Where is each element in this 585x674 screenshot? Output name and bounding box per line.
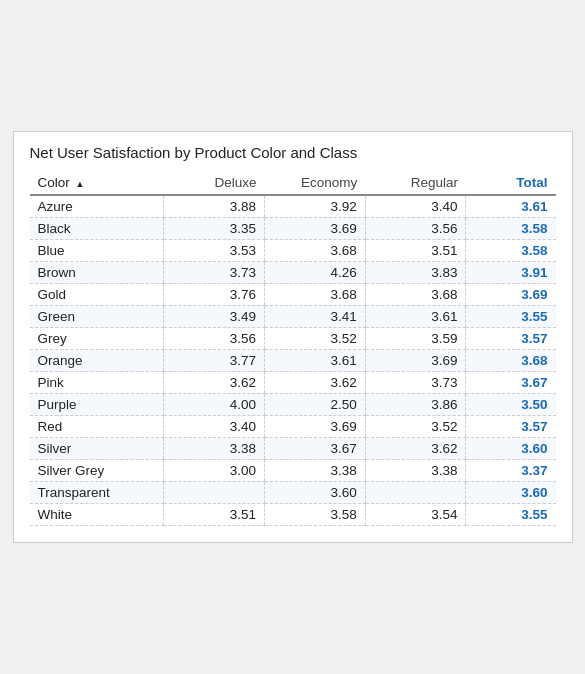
table-row: Blue3.533.683.513.58 <box>30 240 556 262</box>
table-row: Green3.493.413.613.55 <box>30 306 556 328</box>
cell-deluxe: 3.49 <box>164 306 265 328</box>
cell-color: Orange <box>30 350 164 372</box>
table-body: Azure3.883.923.403.61Black3.353.693.563.… <box>30 195 556 526</box>
cell-total: 3.57 <box>466 328 556 350</box>
cell-total: 3.67 <box>466 372 556 394</box>
cell-deluxe: 3.38 <box>164 438 265 460</box>
cell-regular <box>365 482 466 504</box>
cell-economy: 3.41 <box>265 306 366 328</box>
cell-deluxe: 3.77 <box>164 350 265 372</box>
cell-total: 3.55 <box>466 504 556 526</box>
cell-deluxe: 3.35 <box>164 218 265 240</box>
cell-total: 3.58 <box>466 218 556 240</box>
cell-color: Purple <box>30 394 164 416</box>
table-row: Orange3.773.613.693.68 <box>30 350 556 372</box>
table-row: Purple4.002.503.863.50 <box>30 394 556 416</box>
col-header-regular: Regular <box>365 171 466 195</box>
table-row: Pink3.623.623.733.67 <box>30 372 556 394</box>
cell-economy: 3.60 <box>265 482 366 504</box>
cell-color: Grey <box>30 328 164 350</box>
cell-regular: 3.38 <box>365 460 466 482</box>
cell-total: 3.60 <box>466 482 556 504</box>
cell-economy: 3.38 <box>265 460 366 482</box>
cell-total: 3.69 <box>466 284 556 306</box>
cell-deluxe: 3.62 <box>164 372 265 394</box>
table-row: Transparent3.603.60 <box>30 482 556 504</box>
cell-color: Gold <box>30 284 164 306</box>
cell-color: Blue <box>30 240 164 262</box>
cell-economy: 3.68 <box>265 284 366 306</box>
cell-deluxe: 3.40 <box>164 416 265 438</box>
table-row: Red3.403.693.523.57 <box>30 416 556 438</box>
data-table: Color ▲ Deluxe Economy Regular Total Azu… <box>30 171 556 526</box>
cell-deluxe: 3.73 <box>164 262 265 284</box>
cell-regular: 3.83 <box>365 262 466 284</box>
cell-regular: 3.40 <box>365 195 466 218</box>
cell-regular: 3.54 <box>365 504 466 526</box>
table-row: Grey3.563.523.593.57 <box>30 328 556 350</box>
cell-economy: 3.69 <box>265 218 366 240</box>
col-header-color: Color ▲ <box>30 171 164 195</box>
col-header-economy: Economy <box>265 171 366 195</box>
cell-deluxe: 3.88 <box>164 195 265 218</box>
cell-economy: 3.68 <box>265 240 366 262</box>
cell-economy: 3.69 <box>265 416 366 438</box>
cell-deluxe <box>164 482 265 504</box>
table-row: White3.513.583.543.55 <box>30 504 556 526</box>
cell-regular: 3.86 <box>365 394 466 416</box>
cell-total: 3.57 <box>466 416 556 438</box>
chart-card: Net User Satisfaction by Product Color a… <box>13 131 573 543</box>
cell-total: 3.50 <box>466 394 556 416</box>
cell-deluxe: 3.56 <box>164 328 265 350</box>
cell-color: Pink <box>30 372 164 394</box>
cell-color: Silver <box>30 438 164 460</box>
table-row: Silver3.383.673.623.60 <box>30 438 556 460</box>
cell-total: 3.58 <box>466 240 556 262</box>
cell-deluxe: 4.00 <box>164 394 265 416</box>
cell-total: 3.68 <box>466 350 556 372</box>
cell-regular: 3.69 <box>365 350 466 372</box>
cell-regular: 3.73 <box>365 372 466 394</box>
cell-total: 3.60 <box>466 438 556 460</box>
cell-regular: 3.61 <box>365 306 466 328</box>
cell-economy: 3.67 <box>265 438 366 460</box>
cell-deluxe: 3.76 <box>164 284 265 306</box>
col-header-deluxe: Deluxe <box>164 171 265 195</box>
sort-icon: ▲ <box>76 179 85 189</box>
cell-economy: 4.26 <box>265 262 366 284</box>
cell-economy: 3.62 <box>265 372 366 394</box>
cell-color: Green <box>30 306 164 328</box>
table-row: Brown3.734.263.833.91 <box>30 262 556 284</box>
cell-economy: 2.50 <box>265 394 366 416</box>
cell-color: Silver Grey <box>30 460 164 482</box>
cell-color: Transparent <box>30 482 164 504</box>
cell-regular: 3.51 <box>365 240 466 262</box>
cell-total: 3.37 <box>466 460 556 482</box>
cell-total: 3.61 <box>466 195 556 218</box>
cell-economy: 3.52 <box>265 328 366 350</box>
cell-economy: 3.58 <box>265 504 366 526</box>
chart-title: Net User Satisfaction by Product Color a… <box>30 144 556 161</box>
cell-total: 3.55 <box>466 306 556 328</box>
cell-regular: 3.56 <box>365 218 466 240</box>
cell-economy: 3.92 <box>265 195 366 218</box>
table-row: Black3.353.693.563.58 <box>30 218 556 240</box>
cell-regular: 3.68 <box>365 284 466 306</box>
table-row: Gold3.763.683.683.69 <box>30 284 556 306</box>
table-row: Azure3.883.923.403.61 <box>30 195 556 218</box>
cell-regular: 3.62 <box>365 438 466 460</box>
col-header-total: Total <box>466 171 556 195</box>
cell-total: 3.91 <box>466 262 556 284</box>
cell-color: Red <box>30 416 164 438</box>
cell-color: White <box>30 504 164 526</box>
cell-deluxe: 3.51 <box>164 504 265 526</box>
cell-color: Brown <box>30 262 164 284</box>
cell-economy: 3.61 <box>265 350 366 372</box>
cell-color: Black <box>30 218 164 240</box>
cell-deluxe: 3.53 <box>164 240 265 262</box>
cell-regular: 3.59 <box>365 328 466 350</box>
cell-deluxe: 3.00 <box>164 460 265 482</box>
table-row: Silver Grey3.003.383.383.37 <box>30 460 556 482</box>
cell-color: Azure <box>30 195 164 218</box>
table-header-row: Color ▲ Deluxe Economy Regular Total <box>30 171 556 195</box>
